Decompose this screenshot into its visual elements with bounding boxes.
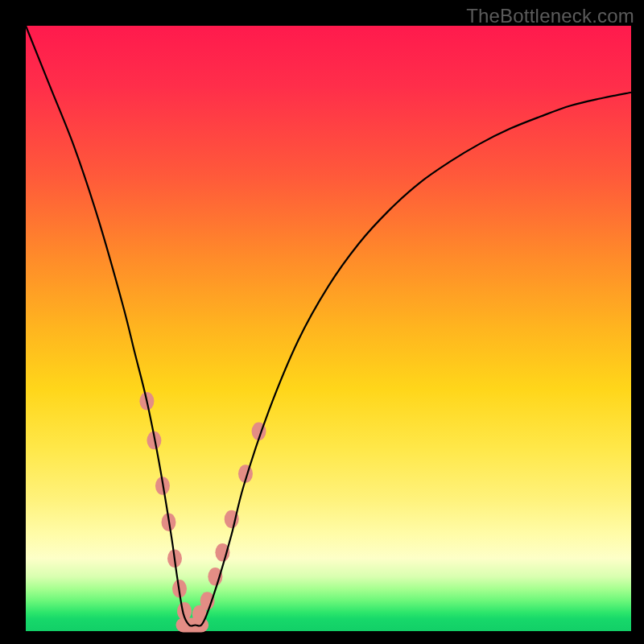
bottleneck-curve: [26, 26, 631, 626]
curve-layer: [26, 26, 631, 631]
watermark-text: TheBottleneck.com: [466, 5, 634, 27]
chart-frame: TheBottleneck.com: [0, 0, 644, 644]
plot-area: [26, 26, 631, 631]
